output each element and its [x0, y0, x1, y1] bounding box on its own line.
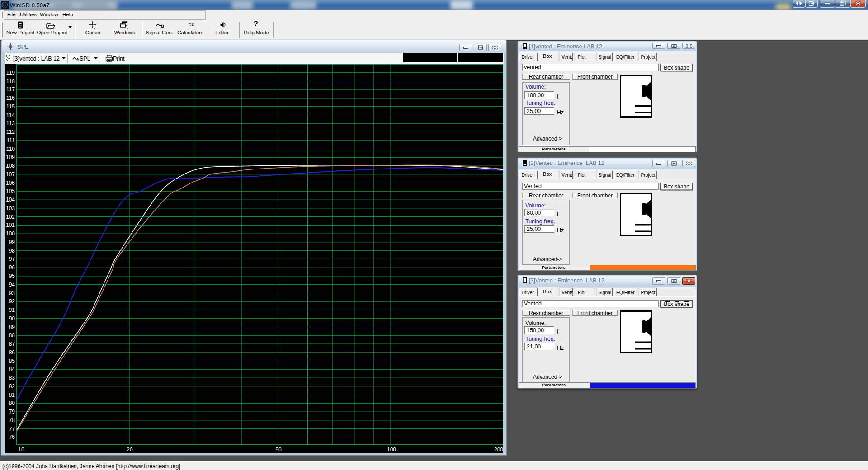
svg-text:110: 110 — [6, 146, 15, 152]
svg-text:86: 86 — [9, 349, 15, 356]
svg-text:200: 200 — [494, 446, 503, 453]
svg-text:106: 106 — [6, 180, 15, 186]
svg-text:92: 92 — [9, 298, 15, 305]
svg-text:94: 94 — [9, 282, 15, 288]
svg-text:95: 95 — [9, 273, 15, 279]
svg-text:90: 90 — [9, 315, 15, 322]
svg-text:114: 114 — [6, 112, 15, 118]
svg-text:50: 50 — [275, 446, 282, 453]
svg-text:93: 93 — [9, 290, 15, 296]
svg-text:79: 79 — [9, 409, 15, 415]
svg-text:105: 105 — [6, 188, 15, 194]
svg-text:119: 119 — [6, 70, 15, 76]
svg-text:115: 115 — [6, 103, 15, 110]
svg-text:83: 83 — [9, 375, 15, 381]
svg-text:112: 112 — [6, 129, 15, 135]
svg-text:100: 100 — [6, 230, 15, 237]
svg-text:78: 78 — [9, 417, 15, 423]
svg-text:20: 20 — [127, 446, 133, 453]
svg-text:108: 108 — [6, 163, 15, 169]
svg-text:10: 10 — [18, 446, 24, 453]
svg-text:96: 96 — [9, 264, 15, 271]
svg-text:113: 113 — [6, 120, 15, 127]
svg-text:104: 104 — [6, 197, 15, 203]
svg-text:103: 103 — [6, 205, 15, 212]
svg-text:82: 82 — [9, 383, 15, 390]
svg-text:109: 109 — [6, 154, 15, 160]
svg-text:80: 80 — [9, 400, 15, 406]
svg-text:116: 116 — [6, 95, 15, 101]
svg-text:87: 87 — [9, 341, 15, 347]
svg-text:102: 102 — [6, 214, 15, 220]
svg-text:101: 101 — [6, 222, 15, 228]
svg-text:111: 111 — [7, 137, 15, 144]
svg-text:107: 107 — [6, 171, 15, 178]
svg-text:88: 88 — [9, 332, 15, 338]
svg-text:117: 117 — [6, 86, 15, 93]
svg-text:99: 99 — [9, 239, 15, 245]
svg-text:81: 81 — [9, 392, 15, 398]
svg-text:84: 84 — [9, 366, 15, 372]
svg-text:85: 85 — [9, 358, 15, 364]
svg-text:77: 77 — [9, 426, 15, 432]
svg-text:118: 118 — [6, 78, 15, 85]
svg-text:76: 76 — [9, 434, 15, 440]
svg-text:91: 91 — [9, 307, 15, 313]
svg-text:89: 89 — [9, 324, 15, 330]
svg-text:100: 100 — [387, 446, 396, 453]
svg-text:97: 97 — [9, 256, 15, 262]
svg-text:98: 98 — [9, 248, 15, 254]
